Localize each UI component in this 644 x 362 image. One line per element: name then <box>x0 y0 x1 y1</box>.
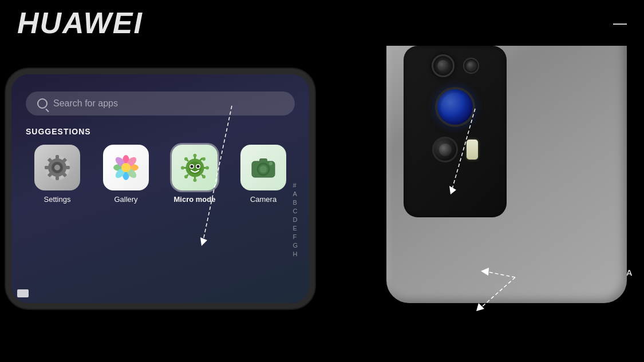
svg-point-46 <box>202 175 206 178</box>
app-item-camera[interactable]: Camera <box>232 145 295 204</box>
app-item-micro-mode[interactable]: Micro mode <box>163 145 226 204</box>
svg-rect-12 <box>56 155 59 159</box>
phone-left: Search for apps SUGGESTIONS <box>0 0 332 316</box>
svg-point-45 <box>184 175 188 178</box>
phone-body <box>386 17 627 303</box>
minimize-button[interactable]: — <box>613 16 627 30</box>
micro-mode-label: Micro mode <box>174 195 216 204</box>
gallery-label: Gallery <box>114 195 137 204</box>
svg-point-50 <box>196 165 199 168</box>
camera-module <box>404 46 507 217</box>
camera-row-mid <box>412 87 498 127</box>
search-bar[interactable]: Search for apps <box>26 92 295 116</box>
phone-screen: Search for apps SUGGESTIONS <box>11 74 309 303</box>
signal-icon <box>17 289 29 297</box>
svg-point-53 <box>260 166 267 173</box>
camera-label: Camera <box>250 195 276 204</box>
header: HUAWEI — <box>0 0 644 46</box>
camera-icon <box>240 145 286 190</box>
bottom-bar <box>17 289 29 297</box>
svg-point-48 <box>190 165 193 168</box>
svg-point-11 <box>54 165 60 170</box>
camera-row-bottom <box>412 137 498 162</box>
top-right-lens <box>463 58 479 74</box>
svg-line-36 <box>200 158 202 161</box>
search-icon <box>37 98 48 109</box>
app-grid: Settings <box>20 145 301 204</box>
svg-rect-14 <box>45 166 49 169</box>
settings-label: Settings <box>44 195 71 204</box>
svg-point-41 <box>181 166 184 169</box>
svg-rect-13 <box>56 176 59 180</box>
micro-mode-icon <box>172 145 218 190</box>
svg-point-44 <box>202 157 206 161</box>
suggestions-label: SUGGESTIONS <box>20 127 301 136</box>
svg-point-55 <box>269 162 272 165</box>
svg-rect-54 <box>259 158 267 162</box>
svg-point-43 <box>184 157 188 161</box>
app-item-gallery[interactable]: Gallery <box>94 145 157 204</box>
phone-right <box>306 0 644 316</box>
svg-point-28 <box>121 163 131 172</box>
top-left-lens <box>432 54 455 77</box>
flashlight <box>467 140 478 160</box>
app-item-settings[interactable]: Settings <box>26 145 89 204</box>
svg-point-40 <box>193 178 196 182</box>
search-placeholder: Search for apps <box>53 98 118 109</box>
main-lens <box>435 87 475 127</box>
gallery-icon <box>103 145 149 190</box>
settings-icon <box>34 145 80 190</box>
svg-point-39 <box>193 154 196 157</box>
camera-row-top <box>412 54 498 77</box>
svg-rect-15 <box>66 166 70 169</box>
huawei-logo: HUAWEI <box>17 6 143 40</box>
svg-point-42 <box>206 166 209 169</box>
alphabet-bar: # A B C D E F G H <box>290 179 301 204</box>
bottom-lens <box>432 137 458 162</box>
